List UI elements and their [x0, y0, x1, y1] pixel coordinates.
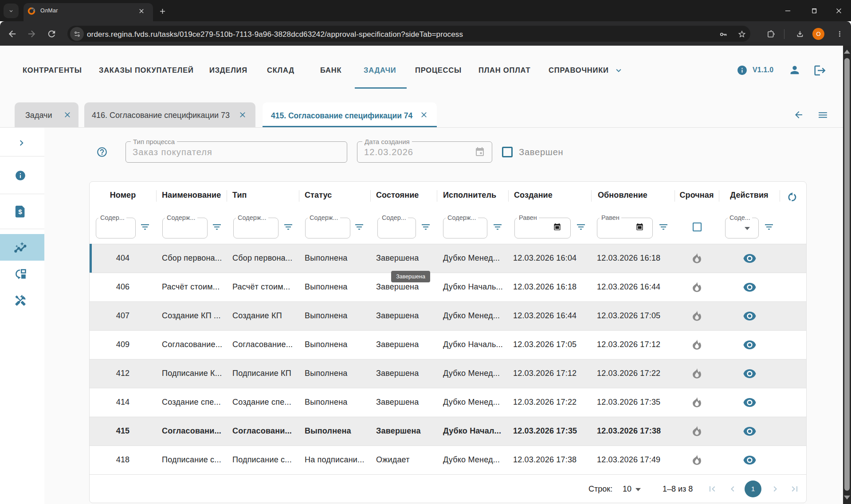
- svg-text:$: $: [18, 208, 22, 215]
